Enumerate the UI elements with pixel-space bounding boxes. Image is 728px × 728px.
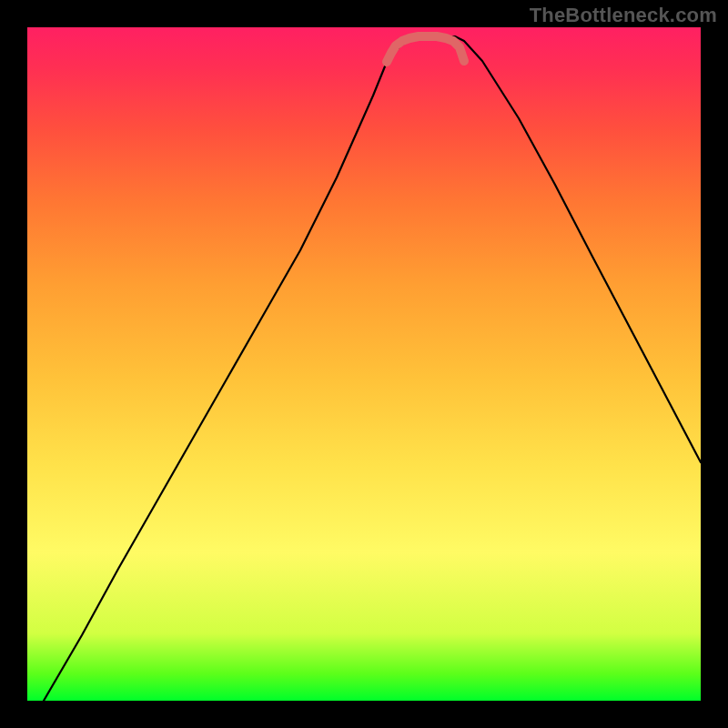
chart-frame: TheBottleneck.com (0, 0, 728, 728)
watermark-text: TheBottleneck.com (530, 4, 717, 27)
chart-svg (27, 27, 701, 701)
plot-area (27, 27, 701, 701)
series-layer (44, 36, 701, 701)
series-optimal-band (387, 36, 464, 62)
series-curve (44, 36, 701, 701)
